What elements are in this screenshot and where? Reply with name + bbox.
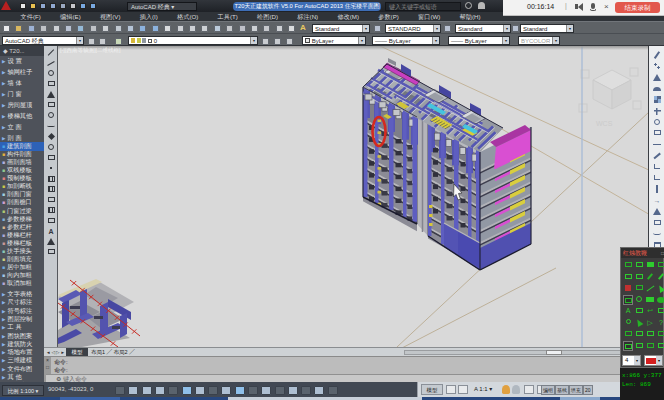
svg-text:WCS: WCS — [596, 120, 613, 127]
